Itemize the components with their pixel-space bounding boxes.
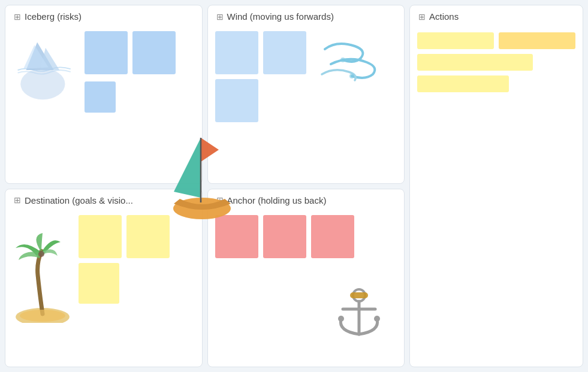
iceberg-illustration [13, 31, 79, 109]
svg-point-4 [340, 58, 345, 62]
iceberg-grid-icon: ⊞ [14, 12, 21, 22]
svg-point-8 [20, 310, 65, 322]
anchor-illustration [326, 280, 392, 355]
actions-panel[interactable]: ⊞ Actions [409, 5, 583, 367]
wind-stickies [215, 31, 307, 122]
actions-header: ⊞ Actions [410, 5, 583, 26]
destination-body [5, 210, 202, 367]
sticky-note[interactable] [126, 215, 170, 258]
destination-grid-icon: ⊞ [14, 195, 21, 205]
sticky-note[interactable] [85, 81, 116, 113]
retrospective-board: ⊞ Iceberg (risks) [0, 0, 588, 372]
anchor-quadrant[interactable]: ⊞ Anchor (holding us back) [207, 189, 405, 368]
destination-illustration [13, 233, 73, 325]
wind-title: Wind (moving us forwards) [227, 11, 334, 22]
sticky-note[interactable] [79, 263, 119, 304]
sticky-note[interactable] [263, 31, 306, 74]
anchor-body [208, 210, 405, 367]
anchor-stickies [215, 215, 354, 258]
action-row-1 [417, 32, 575, 49]
svg-point-3 [20, 68, 65, 99]
iceberg-quadrant[interactable]: ⊞ Iceberg (risks) [5, 5, 203, 184]
svg-point-5 [349, 74, 354, 78]
wind-header: ⊞ Wind (moving us forwards) [208, 5, 405, 26]
sticky-note[interactable] [215, 79, 258, 122]
destination-header: ⊞ Destination (goals & visio... [5, 189, 202, 210]
anchor-header: ⊞ Anchor (holding us back) [208, 189, 405, 210]
actions-title: Actions [429, 11, 459, 22]
action-bar[interactable] [417, 54, 533, 71]
iceberg-title: Iceberg (risks) [25, 11, 82, 22]
wind-body [208, 26, 405, 183]
sticky-note[interactable] [215, 215, 258, 258]
iceberg-header: ⊞ Iceberg (risks) [5, 5, 202, 26]
anchor-grid-icon: ⊞ [216, 195, 224, 205]
destination-title: Destination (goals & visio... [25, 195, 133, 205]
sticky-note[interactable] [263, 215, 306, 258]
action-bar[interactable] [417, 75, 509, 92]
svg-rect-14 [350, 292, 368, 298]
sticky-note[interactable] [311, 215, 354, 258]
wind-grid-icon: ⊞ [216, 12, 224, 22]
iceberg-body [5, 26, 202, 183]
sticky-note[interactable] [85, 31, 128, 74]
sticky-note[interactable] [132, 31, 176, 74]
sticky-note[interactable] [79, 215, 122, 258]
sticky-note[interactable] [215, 31, 258, 74]
wind-illustration [319, 37, 397, 87]
svg-point-13 [374, 316, 380, 322]
svg-point-7 [38, 251, 44, 257]
iceberg-stickies [79, 31, 195, 113]
destination-quadrant[interactable]: ⊞ Destination (goals & visio... [5, 189, 203, 368]
actions-grid-icon: ⊞ [418, 12, 426, 22]
actions-body [410, 26, 583, 98]
wind-quadrant[interactable]: ⊞ Wind (moving us forwards) [207, 5, 405, 184]
svg-point-12 [338, 316, 344, 322]
anchor-title: Anchor (holding us back) [227, 195, 327, 205]
action-bar[interactable] [417, 32, 494, 49]
action-bar[interactable] [499, 32, 575, 49]
destination-stickies [73, 215, 195, 304]
